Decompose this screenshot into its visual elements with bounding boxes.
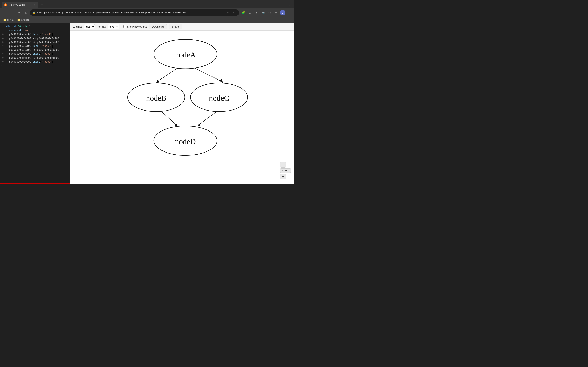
node-b-label: nodeB xyxy=(146,94,166,102)
code-line-5: 5 p0x600000c3c000 -> p0x600000c3c200; xyxy=(0,41,70,44)
active-tab[interactable]: G Graphviz Online ✕ xyxy=(2,2,38,8)
main-content: 1 digraph CGraph { 2 compound=true; 3 p0… xyxy=(0,23,294,184)
arrowhead-c-d xyxy=(198,124,200,127)
bookmark-folder-autopilot[interactable]: 📁 自动驾驶 xyxy=(16,18,31,22)
bookmarks-bar: 📁 纯序员 📁 自动驾驶 xyxy=(0,17,294,23)
forward-button[interactable]: → xyxy=(9,10,15,16)
extensions-button[interactable]: 🧩 xyxy=(241,10,246,16)
code-line-2: 2 compound=true; xyxy=(0,29,70,33)
code-line-9: 9 p0x600000c3c200 -> p0x600000c3c300; xyxy=(0,56,70,60)
download-button[interactable]: Download xyxy=(149,24,167,29)
share-page-button[interactable]: ⬆ xyxy=(231,10,236,15)
new-tab-button[interactable]: + xyxy=(39,2,45,8)
code-line-4: 4 p0x600000c3c000 -> p0x600000c3c100; xyxy=(0,37,70,41)
reload-button[interactable]: ↻ xyxy=(16,10,22,16)
zoom-controls: + RESET − xyxy=(280,162,291,179)
node-c-label: nodeC xyxy=(209,94,229,102)
format-select[interactable]: svg xyxy=(108,24,119,29)
lock-icon: 🔒 xyxy=(33,11,35,14)
tab-expand-button[interactable]: ⌄ xyxy=(287,2,292,8)
arrowhead-a-b xyxy=(156,80,160,83)
folder-icon-2: 📁 xyxy=(17,18,20,21)
code-line-6: 6 p0x600000c3c100[label="nodeB"]; xyxy=(0,44,70,48)
share-button[interactable]: Share xyxy=(169,24,182,29)
code-line-7: 7 p0x600000c3c100 -> p0x600000c3c300; xyxy=(0,48,70,52)
zoom-out-button[interactable]: − xyxy=(280,174,286,179)
bookmark-folder-label-2: 自动驾驶 xyxy=(21,18,30,21)
engine-select[interactable]: dot xyxy=(84,24,95,29)
arrowhead-a-c xyxy=(220,78,223,83)
profile-button[interactable]: C xyxy=(280,10,285,16)
right-section: Engine: dot Format: svg Show raw output … xyxy=(70,23,294,184)
address-text: dreampuf.github.io/GraphvizOnline/#digra… xyxy=(37,11,224,14)
graph-panel: nodeA nodeB nodeC nodeD + RESET − xyxy=(70,31,294,184)
address-actions: ☆ ⬆ xyxy=(225,10,236,15)
camera-button[interactable]: 📷 xyxy=(260,10,266,16)
reset-button[interactable]: RESET xyxy=(280,168,291,173)
node-a-label: nodeA xyxy=(175,50,196,59)
engine-label: Engine: xyxy=(73,25,82,28)
engine-toolbar: Engine: dot Format: svg Show raw output … xyxy=(70,23,294,31)
extension1-button[interactable]: ✦ xyxy=(254,10,259,16)
home-button[interactable]: ⌂ xyxy=(23,10,29,16)
graph-svg: nodeA nodeB nodeC nodeD xyxy=(109,31,256,184)
tab-favicon: G xyxy=(4,3,7,6)
bookmark-star-button[interactable]: ☆ xyxy=(225,10,231,15)
bookmark-folder-label: 纯序员 xyxy=(7,18,14,21)
code-line-11: 11 } xyxy=(0,64,70,68)
extension2-button[interactable]: ⬡ xyxy=(267,10,272,16)
tab-close-button[interactable]: ✕ xyxy=(33,3,36,6)
format-label: Format: xyxy=(97,25,106,28)
code-panel: 1 digraph CGraph { 2 compound=true; 3 p0… xyxy=(0,23,70,184)
back-button[interactable]: ← xyxy=(2,10,8,16)
tab-bar: G Graphviz Online ✕ + ⌄ xyxy=(0,0,294,8)
address-bar-row: ← → ↻ ⌂ 🔒 dreampuf.github.io/GraphvizOnl… xyxy=(0,8,294,17)
menu-button[interactable]: ⋮ xyxy=(286,10,292,16)
show-raw-checkbox[interactable] xyxy=(123,25,126,28)
toolbar-buttons: 🧩 G ✦ 📷 ⬡ ▭ C ⋮ xyxy=(241,10,292,16)
code-editor[interactable]: 1 digraph CGraph { 2 compound=true; 3 p0… xyxy=(0,23,70,69)
folder-icon: 📁 xyxy=(3,18,6,21)
code-line-10: 10 p0x600000c3c300[label="nodeD"]; xyxy=(0,60,70,64)
show-raw-label: Show raw output xyxy=(127,25,147,28)
graph-svg-container: nodeA nodeB nodeC nodeD xyxy=(70,31,294,184)
translate-button[interactable]: G xyxy=(247,10,253,16)
browser-chrome: G Graphviz Online ✕ + ⌄ ← → ↻ ⌂ 🔒 dreamp… xyxy=(0,0,294,23)
code-line-1: 1 digraph CGraph { xyxy=(0,25,70,29)
node-d-label: nodeD xyxy=(175,137,196,146)
address-bar[interactable]: 🔒 dreampuf.github.io/GraphvizOnline/#dig… xyxy=(30,9,239,16)
tab-title: Graphviz Online xyxy=(9,3,26,6)
show-raw-row: Show raw output xyxy=(123,25,147,28)
code-line-3: 3 p0x600000c3c000[label="nodeA"]; xyxy=(0,33,70,36)
zoom-in-button[interactable]: + xyxy=(280,162,286,167)
code-line-8: 8 p0x600000c3c200[label="nodeC"]; xyxy=(0,52,70,56)
sidebar-button[interactable]: ▭ xyxy=(273,10,279,16)
bookmark-folder-sequences[interactable]: 📁 纯序员 xyxy=(2,18,15,22)
